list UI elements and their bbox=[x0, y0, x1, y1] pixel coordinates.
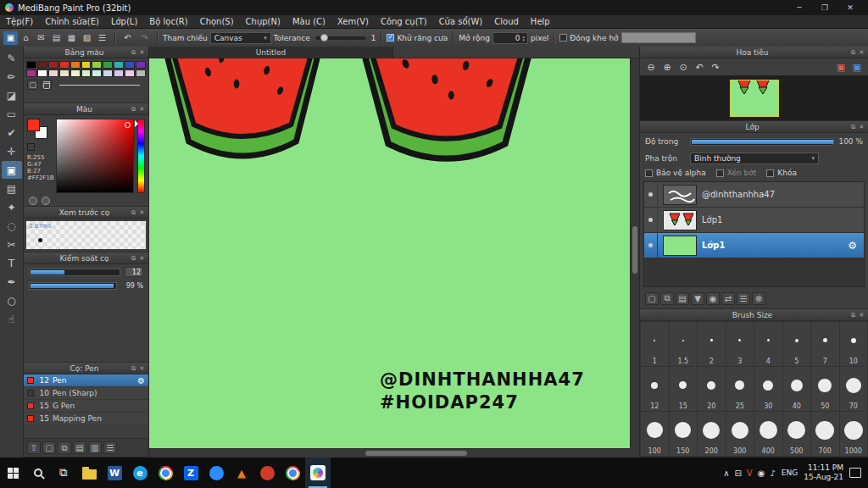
clock[interactable]: 11:11 PM 15-Aug-21 bbox=[804, 463, 843, 482]
pen-tool[interactable]: ✎ bbox=[2, 49, 22, 67]
panel-close-icon[interactable]: ✕ bbox=[138, 106, 146, 113]
gear-icon[interactable]: ⚙ bbox=[137, 376, 145, 385]
expand-input[interactable]: 0 ▴▾ bbox=[492, 32, 528, 44]
menu-item[interactable]: Bộ lọc(R) bbox=[143, 17, 193, 26]
close-icon[interactable]: ✕ bbox=[837, 3, 863, 12]
rotate-left-icon[interactable]: ↶ bbox=[692, 60, 707, 74]
brush-size-slider[interactable] bbox=[29, 269, 120, 276]
brush-size-option[interactable]: 4 bbox=[754, 322, 782, 366]
protect-alpha-checkbox[interactable] bbox=[645, 169, 653, 177]
brush-size-option[interactable]: 30 bbox=[754, 367, 782, 411]
popout-icon[interactable]: ⧉ bbox=[849, 49, 857, 56]
color-swatch[interactable] bbox=[125, 69, 135, 77]
scissors-tool[interactable]: ✂ bbox=[2, 236, 22, 253]
pencil-tool[interactable]: ✏ bbox=[2, 68, 22, 86]
vlc[interactable]: ▲ bbox=[229, 458, 254, 488]
menu-item[interactable]: Cloud bbox=[488, 17, 525, 26]
brush-item[interactable]: 10 Pen (Sharp) bbox=[24, 387, 148, 400]
brush-size-option[interactable]: 7 bbox=[811, 322, 839, 366]
medibang-paint[interactable] bbox=[305, 458, 331, 488]
brush-size-option[interactable]: 40 bbox=[783, 367, 811, 411]
chrome[interactable] bbox=[153, 458, 178, 488]
color-swatch[interactable] bbox=[59, 69, 70, 77]
rotate-right-icon[interactable]: ↷ bbox=[708, 60, 723, 74]
foreground-color-chip[interactable] bbox=[27, 119, 40, 131]
delete-color-icon[interactable] bbox=[41, 80, 52, 90]
menu-item[interactable]: Xem(V) bbox=[331, 17, 375, 26]
brush-item[interactable]: 12 Pen ⚙ bbox=[24, 374, 148, 387]
undo-icon[interactable]: ↶ bbox=[120, 31, 135, 45]
lock-checkbox[interactable] bbox=[766, 169, 774, 177]
brush-size-option[interactable]: 25 bbox=[726, 367, 754, 411]
color-swatch[interactable] bbox=[26, 61, 36, 69]
color-wheel-toggle[interactable] bbox=[29, 197, 37, 205]
text-tool[interactable]: T bbox=[2, 254, 22, 272]
brush-opacity-slider[interactable] bbox=[29, 282, 117, 290]
zoom-reset-icon[interactable]: ⊙ bbox=[676, 60, 691, 74]
brush-size-value[interactable]: 12 bbox=[125, 267, 143, 277]
color-swatch[interactable] bbox=[70, 69, 81, 77]
transfer-layer-icon[interactable]: ⇄ bbox=[721, 292, 735, 305]
menu-item[interactable]: Công cụ(T) bbox=[375, 17, 433, 26]
file-explorer[interactable] bbox=[76, 458, 102, 488]
restore-icon[interactable]: ❐ bbox=[812, 3, 837, 12]
color-swatch[interactable] bbox=[37, 61, 47, 69]
tolerance-slider[interactable] bbox=[315, 36, 366, 40]
brush-folder-icon[interactable]: ▤ bbox=[73, 441, 86, 454]
menu-item[interactable]: Chọn(S) bbox=[194, 17, 240, 26]
photos[interactable] bbox=[254, 458, 280, 488]
color-swatch[interactable] bbox=[114, 61, 124, 69]
close-gap-checkbox[interactable] bbox=[559, 34, 567, 42]
slider-knob[interactable] bbox=[320, 34, 328, 42]
add-color-icon[interactable]: ▢ bbox=[27, 80, 38, 90]
color-swatch[interactable] bbox=[48, 61, 58, 69]
hidden-icons-chevron[interactable]: ∧ bbox=[723, 469, 729, 478]
add-layer-icon[interactable]: ▢ bbox=[645, 292, 659, 305]
zoom[interactable] bbox=[203, 458, 229, 488]
hand-tool[interactable]: ☝ bbox=[2, 310, 22, 328]
color-swatch[interactable] bbox=[114, 69, 124, 77]
word[interactable]: W bbox=[102, 458, 127, 488]
menu-item[interactable]: Cửa sổ(W) bbox=[433, 17, 489, 26]
redo-icon[interactable]: ↷ bbox=[137, 31, 152, 45]
select-launcher-icon[interactable]: ▣ bbox=[3, 31, 18, 45]
brush-size-option[interactable]: 200 bbox=[698, 412, 726, 456]
gear-icon[interactable]: ⚙ bbox=[848, 240, 857, 252]
search-button[interactable] bbox=[25, 458, 51, 488]
color-swatch[interactable] bbox=[81, 61, 92, 69]
eraser-tool[interactable]: ◪ bbox=[2, 86, 22, 104]
menu-item[interactable]: Chụp(N) bbox=[240, 17, 287, 26]
select-pen-tool[interactable]: ✔ bbox=[2, 124, 22, 141]
message-icon[interactable]: ✉ bbox=[34, 31, 48, 45]
menu-item[interactable]: Chỉnh sửa(E) bbox=[39, 17, 105, 26]
menu-item[interactable]: Help bbox=[525, 17, 556, 26]
color-swatch[interactable] bbox=[48, 69, 58, 77]
brush-size-option[interactable]: 3 bbox=[726, 322, 754, 366]
color-swatch[interactable] bbox=[70, 61, 81, 69]
onedrive-icon[interactable]: ⊟ bbox=[734, 469, 741, 478]
brush-size-option[interactable]: 10 bbox=[840, 322, 868, 366]
layer-opacity-slider[interactable] bbox=[690, 138, 834, 146]
hue-strip[interactable] bbox=[137, 119, 145, 193]
language-indicator[interactable]: ENG bbox=[782, 469, 798, 477]
menu-item[interactable]: Màu (C) bbox=[287, 17, 331, 26]
color-swatch[interactable] bbox=[136, 69, 146, 77]
chrome-profile[interactable] bbox=[280, 458, 305, 488]
zoom-tool[interactable]: ○ bbox=[2, 291, 22, 309]
magic-wand-tool[interactable]: ✦ bbox=[2, 198, 22, 216]
move-tool[interactable]: ✛ bbox=[2, 142, 22, 160]
blend-mode-select[interactable]: Bình thường ▾ bbox=[690, 152, 819, 164]
popout-icon[interactable]: ⧉ bbox=[849, 124, 857, 130]
navigator-thumbnail[interactable] bbox=[731, 80, 778, 116]
sv-marker[interactable] bbox=[125, 122, 131, 128]
brush-size-option[interactable]: 700 bbox=[811, 412, 839, 456]
start-button[interactable] bbox=[0, 458, 25, 488]
panel-close-icon[interactable]: ✕ bbox=[138, 365, 146, 372]
brush-size-option[interactable]: 5 bbox=[783, 322, 811, 366]
brush-size-option[interactable]: 300 bbox=[726, 412, 754, 456]
vlc-tray-icon[interactable]: V bbox=[747, 469, 753, 478]
network-icon[interactable]: ◉ bbox=[758, 469, 765, 478]
color-swatch[interactable] bbox=[103, 69, 113, 77]
brush-menu-icon[interactable]: ☰ bbox=[103, 441, 117, 454]
panel-close-icon[interactable]: ✕ bbox=[858, 312, 865, 319]
